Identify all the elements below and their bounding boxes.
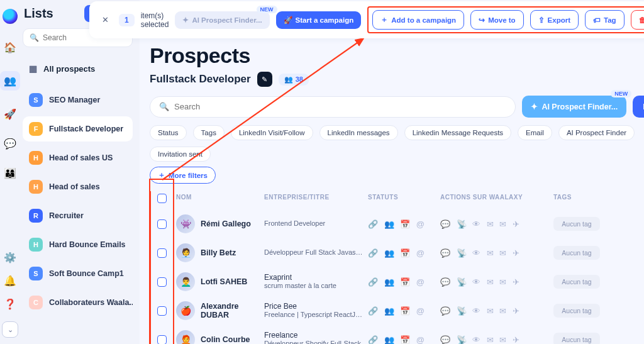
filter-chip[interactable]: Email [518,125,552,140]
status-icons: 🔗 👥 📅 @ [368,335,440,345]
delete-button[interactable]: 🗑 Delete [631,10,644,30]
table-row[interactable]: 🧑‍🦰Colin Courbe FreelanceDéveloppeur Sho… [151,325,644,344]
main-search[interactable]: 🔍 [150,96,516,118]
table-row[interactable]: 👾Rémi Gallego Frontend Developer 🔗 👥 📅 @… [151,209,644,238]
row-checkbox[interactable] [157,248,167,258]
avatar: 👾 [176,214,195,233]
title: Freelance | Typescript ReactJ… [264,311,364,319]
sidebar-item[interactable]: FFullstack Developer [23,116,133,141]
more-filters-button[interactable]: ＋ More filters [150,167,216,184]
filter-chip[interactable]: Linkedin Message Requests [404,125,511,140]
content-area: Prospects Fullstack Developer ✎ 👥38 🔍 ✦ … [140,38,644,344]
nav-rail: 🏠 👥 🚀 💬 👨‍👩‍👦 ⚙️ 🔔 ❓ ⌄ [0,0,20,344]
import-button[interactable]: Import ⌄ [633,96,644,118]
ai-prospect-label: AI Prospect Finder... [541,103,618,111]
selected-label: item(s) selected [141,11,169,29]
list-name: Fullstack Developer [150,73,251,86]
no-tag-badge: Aucun tag [553,217,600,231]
list-item-label: Fullstack Developer [49,125,123,133]
sidebar-item[interactable]: HHead of sales US [23,145,133,170]
col-nom: NOM [176,194,264,203]
ai-finder-ghost-label: AI Prospect Finder... [192,16,262,24]
row-checkbox[interactable] [157,335,167,345]
all-prospects-link[interactable]: ▦ All prospects [23,58,133,79]
chevron-down-icon[interactable]: ⌄ [2,321,18,338]
list-item-label: Collaborateurs Waala.. [49,298,133,307]
filter-chip[interactable]: AI Prospect Finder [558,125,635,140]
list-item-label: SEO Manager [49,96,100,104]
ai-prospect-finder-button[interactable]: ✦ AI Prospect Finder...NEW [522,96,626,118]
action-icons: 💬 📡 👁 ✉ ✉ ✈ [440,335,553,345]
tag-label: Tag [604,16,616,24]
filter-chip[interactable]: LinkedIn messages [319,125,398,140]
filter-chip[interactable]: Tags [193,125,225,140]
sidebar-item[interactable]: HHead of sales [23,174,133,199]
list-badge: H [29,238,43,252]
main-search-input[interactable] [174,102,506,111]
title: scrum master à la carte [264,282,364,291]
prospect-name: Rémi Gallego [201,219,251,228]
company: Freelance [264,331,364,340]
status-icons: 🔗 👥 📅 @ [368,248,440,258]
table-row[interactable]: 🍎Alexandre DUBAR Price BeeFreelance | Ty… [151,296,644,325]
sidebar-item[interactable]: HHard Bounce Emails✕ [23,232,133,257]
grid-icon: ▦ [29,64,37,74]
row-checkbox[interactable] [157,306,167,316]
sidebar-item[interactable]: SSoft Bounce Camp1 [23,261,133,286]
sidebar-title: Lists [24,6,53,21]
select-all-checkbox[interactable] [157,194,167,203]
table-header: NOM ENTREPRISE/TITRE STATUTS ACTIONS SUR… [151,191,644,209]
row-checkbox[interactable] [157,277,167,287]
bulk-actions-highlight: ＋ Add to a campaign ↪ Move to ⇪ Export 🏷… [367,6,644,33]
prospect-name: Lotfi SAHEB [201,277,247,286]
list-item-label: Head of sales [49,182,100,191]
sidebar-item[interactable]: CCollaborateurs Waala.. [23,290,133,315]
search-icon: 🔍 [159,102,169,111]
team-icon[interactable]: 👨‍👩‍👦 [4,167,16,179]
title: Frontend Developer [264,219,364,228]
col-actions: ACTIONS SUR WAALAXY [440,194,553,203]
export-button[interactable]: ⇪ Export [530,10,579,30]
sidebar-item[interactable]: RRecruiter [23,203,133,228]
table-row[interactable]: 👨‍🦱Lotfi SAHEB Exaprintscrum master à la… [151,267,644,296]
title: Développeur Full Stack Javas… [264,248,364,257]
tag-button[interactable]: 🏷 Tag [585,10,625,30]
action-icons: 💬 📡 👁 ✉ ✉ ✈ [440,248,553,258]
app-logo [3,9,18,24]
more-filters-label: More filters [169,172,208,179]
selected-count: 1 [119,14,135,26]
help-icon[interactable]: ❓ [4,298,16,310]
edit-list-icon[interactable]: ✎ [257,72,272,87]
avatar: 🧑‍🦰 [176,330,195,344]
list-badge: H [29,180,43,194]
start-campaign-button[interactable]: 🚀 Start a campaign [276,11,362,29]
move-to-button[interactable]: ↪ Move to [470,10,523,30]
add-to-campaign-button[interactable]: ＋ Add to a campaign [372,10,464,30]
close-icon[interactable]: ✕ [98,13,113,27]
filter-chip[interactable]: Status [150,125,187,140]
bell-icon[interactable]: 🔔 [4,275,16,287]
gear-icon[interactable]: ⚙️ [4,252,16,264]
list-item-label: Recruiter [49,211,84,220]
ai-finder-ghost-button[interactable]: ✦ AI Prospect Finder...NEW [175,11,269,29]
chat-icon[interactable]: 💬 [4,138,16,150]
list-count-value: 38 [296,75,303,83]
start-campaign-label: Start a campaign [296,16,354,24]
sidebar-item[interactable]: SSEO Manager [23,87,133,113]
selection-topbar: ✕ 1 item(s) selected ✦ AI Prospect Finde… [89,1,644,38]
people-icon[interactable]: 👥 [0,71,20,91]
no-tag-badge: Aucun tag [553,275,600,289]
table-row[interactable]: 🧑‍💼Billy Betz Développeur Full Stack Jav… [151,238,644,267]
home-icon[interactable]: 🏠 [4,42,16,53]
avatar: 👨‍🦱 [176,272,195,291]
page-title: Prospects [150,43,644,68]
col-statuts: STATUTS [368,194,440,203]
col-entreprise: ENTREPRISE/TITRE [264,194,368,203]
status-icons: 🔗 👥 📅 @ [368,219,440,229]
new-badge: NEW [257,6,277,13]
filter-chip[interactable]: LinkedIn Visit/Follow [231,125,313,140]
rocket-icon[interactable]: 🚀 [4,108,16,120]
prospect-name: Billy Betz [201,248,236,257]
filter-chip[interactable]: Invitation sent [150,147,211,162]
row-checkbox[interactable] [157,219,167,229]
